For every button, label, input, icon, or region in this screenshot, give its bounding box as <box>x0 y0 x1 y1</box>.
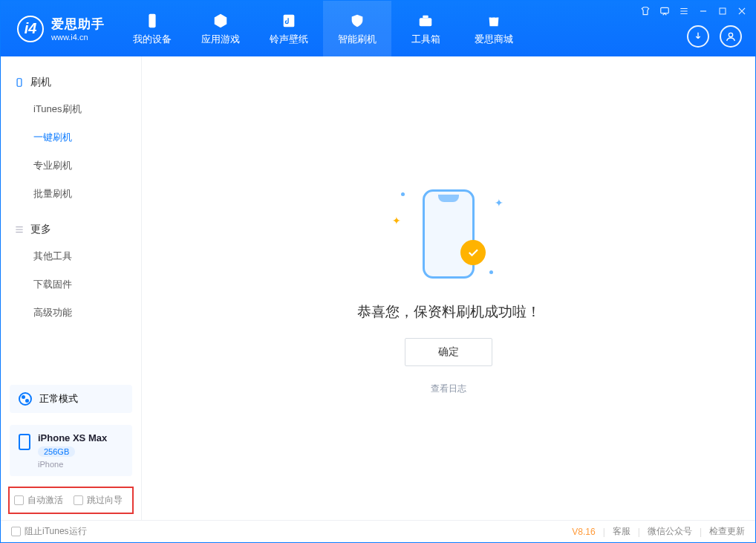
decor-dot <box>401 192 405 196</box>
separator: | <box>700 527 702 537</box>
tab-store[interactable]: 爱思商城 <box>460 1 528 56</box>
checkbox-skip-guide[interactable]: 跳过向导 <box>74 494 123 507</box>
checkbox-auto-activate[interactable]: 自动激活 <box>14 494 63 507</box>
device-type-label: iPhone <box>38 460 107 469</box>
device-name-label: iPhone XS Max <box>38 432 107 443</box>
footer: 阻止iTunes运行 V8.16 | 客服 | 微信公众号 | 检查更新 <box>1 520 755 542</box>
checkbox-box <box>14 495 24 505</box>
sidebar-section-flash: 刷机 <box>1 70 141 95</box>
sparkle-icon: ✦ <box>495 197 504 209</box>
tab-label: 应用游戏 <box>201 33 240 46</box>
version-label: V8.16 <box>572 527 595 537</box>
svg-rect-4 <box>661 7 669 13</box>
music-note-icon <box>280 12 298 30</box>
mode-icon <box>19 392 32 406</box>
device-info: iPhone XS Max 256GB iPhone <box>38 432 107 469</box>
sidebar-item-itunes-flash[interactable]: iTunes刷机 <box>1 95 141 123</box>
main-tabs: 我的设备 应用游戏 铃声壁纸 智能刷机 工具箱 爱思商城 <box>118 1 528 56</box>
feedback-icon[interactable] <box>659 5 671 17</box>
tab-label: 铃声壁纸 <box>270 33 308 46</box>
separator: | <box>603 527 605 537</box>
device-card[interactable]: iPhone XS Max 256GB iPhone <box>10 425 132 476</box>
checkbox-box <box>11 527 21 536</box>
tab-label: 工具箱 <box>411 33 440 46</box>
download-button[interactable] <box>687 25 709 48</box>
device-capacity-badge: 256GB <box>38 446 75 457</box>
sidebar-item-other-tools[interactable]: 其他工具 <box>1 242 141 270</box>
svg-rect-3 <box>423 15 428 18</box>
tab-smart-flash[interactable]: 智能刷机 <box>323 1 391 56</box>
sparkle-icon: ✦ <box>392 215 401 227</box>
app-url: www.i4.cn <box>51 33 105 42</box>
check-badge-icon <box>460 240 486 265</box>
list-icon <box>14 224 25 235</box>
app-logo-block: i4 爱思助手 www.i4.cn <box>1 1 118 56</box>
svg-rect-2 <box>420 18 432 26</box>
account-button[interactable] <box>720 25 742 48</box>
phone-small-icon <box>14 77 25 88</box>
header-right-actions <box>687 25 742 48</box>
checkbox-label: 阻止iTunes运行 <box>25 525 87 538</box>
check-update-link[interactable]: 检查更新 <box>709 525 745 538</box>
svg-point-6 <box>729 33 732 36</box>
tab-label: 爱思商城 <box>475 33 513 46</box>
ok-button[interactable]: 确定 <box>405 338 492 366</box>
decor-dot <box>489 270 493 274</box>
titlebar: i4 爱思助手 www.i4.cn 我的设备 应用游戏 铃声壁纸 智能刷机 工具… <box>1 1 755 56</box>
app-body: 刷机 iTunes刷机 一键刷机 专业刷机 批量刷机 更多 其他工具 下载固件 … <box>1 56 755 520</box>
tab-apps-games[interactable]: 应用游戏 <box>186 1 255 56</box>
sidebar-section-more: 更多 <box>1 217 141 242</box>
maximize-button[interactable] <box>717 5 729 17</box>
refresh-shield-icon <box>348 12 366 30</box>
sidebar: 刷机 iTunes刷机 一键刷机 专业刷机 批量刷机 更多 其他工具 下载固件 … <box>1 56 142 520</box>
mode-label: 正常模式 <box>39 392 78 406</box>
success-illustration: ✦ ✦ <box>374 182 523 286</box>
success-message: 恭喜您，保资料刷机成功啦！ <box>357 302 541 322</box>
section-title-label: 更多 <box>30 223 51 236</box>
main-content: ✦ ✦ 恭喜您，保资料刷机成功啦！ 确定 查看日志 <box>142 56 755 520</box>
app-logo-text: 爱思助手 www.i4.cn <box>51 16 105 42</box>
toolbox-icon <box>417 12 434 30</box>
sidebar-item-advanced[interactable]: 高级功能 <box>1 299 141 327</box>
minimize-button[interactable] <box>697 5 709 17</box>
checkbox-label: 跳过向导 <box>87 494 123 507</box>
footer-right: V8.16 | 客服 | 微信公众号 | 检查更新 <box>572 525 745 538</box>
tab-label: 智能刷机 <box>338 33 377 46</box>
checkbox-label: 自动激活 <box>27 494 63 507</box>
window-controls <box>639 5 748 17</box>
svg-rect-1 <box>284 14 295 27</box>
svg-rect-5 <box>720 8 726 14</box>
wechat-link[interactable]: 微信公众号 <box>648 525 692 538</box>
tab-my-device[interactable]: 我的设备 <box>118 1 186 56</box>
tab-ringtone-wallpaper[interactable]: 铃声壁纸 <box>255 1 323 56</box>
section-title-label: 刷机 <box>30 76 51 89</box>
skin-icon[interactable] <box>639 5 651 17</box>
tab-toolbox[interactable]: 工具箱 <box>391 1 460 56</box>
support-link[interactable]: 客服 <box>613 525 630 538</box>
separator: | <box>638 527 640 537</box>
device-icon <box>143 12 161 30</box>
sidebar-item-download-firmware[interactable]: 下载固件 <box>1 270 141 299</box>
options-highlight-box: 自动激活 跳过向导 <box>8 487 134 514</box>
device-phone-icon <box>19 434 30 450</box>
app-logo-icon: i4 <box>17 16 44 42</box>
mode-card[interactable]: 正常模式 <box>10 385 132 413</box>
tab-label: 我的设备 <box>133 33 172 46</box>
sidebar-item-pro-flash[interactable]: 专业刷机 <box>1 152 141 180</box>
phone-outline-icon <box>423 189 475 279</box>
svg-rect-7 <box>17 79 22 87</box>
sidebar-item-oneclick-flash[interactable]: 一键刷机 <box>1 123 141 152</box>
checkbox-box <box>74 495 83 505</box>
menu-icon[interactable] <box>678 5 690 17</box>
shopping-bag-icon <box>485 12 503 30</box>
checkbox-block-itunes[interactable]: 阻止iTunes运行 <box>11 525 87 538</box>
view-log-link[interactable]: 查看日志 <box>431 383 466 395</box>
sidebar-item-batch-flash[interactable]: 批量刷机 <box>1 180 141 208</box>
close-button[interactable] <box>736 5 748 17</box>
app-name: 爱思助手 <box>51 16 105 33</box>
cube-icon <box>212 12 229 30</box>
svg-rect-0 <box>149 13 155 27</box>
